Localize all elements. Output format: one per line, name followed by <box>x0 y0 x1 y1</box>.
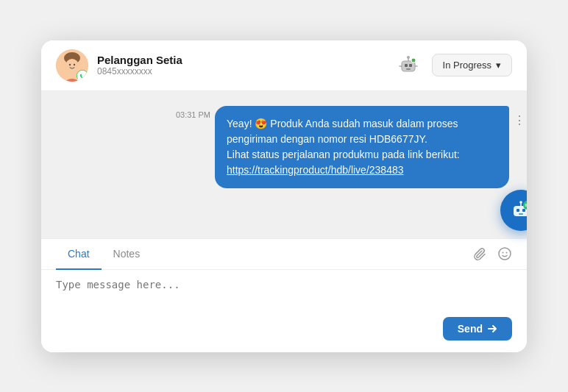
send-label: Send <box>458 323 483 335</box>
svg-point-10 <box>407 56 410 59</box>
svg-rect-17 <box>519 213 523 215</box>
message-input[interactable] <box>56 279 512 308</box>
svg-point-13 <box>411 58 416 63</box>
status-button[interactable]: In Progress ▾ <box>432 54 512 76</box>
chevron-down-icon: ▾ <box>496 60 501 71</box>
tab-notes[interactable]: Notes <box>102 239 152 270</box>
tracking-link[interactable]: https://trackingproduct/hdb/live/238483 <box>227 164 404 176</box>
svg-point-4 <box>74 63 75 65</box>
svg-rect-16 <box>522 209 525 212</box>
svg-point-22 <box>503 252 504 254</box>
svg-point-21 <box>499 248 511 260</box>
svg-point-23 <box>506 252 508 254</box>
floating-bot-button[interactable] <box>500 190 527 231</box>
message-input-row <box>41 270 527 317</box>
more-options-icon[interactable]: ⋮ <box>514 112 525 129</box>
bot-icon-button[interactable] <box>394 51 423 80</box>
message-bubble: Yeay! 😍 Produk Anda sudah masuk dalam pr… <box>215 106 509 188</box>
svg-rect-6 <box>405 64 408 67</box>
svg-point-3 <box>69 63 71 65</box>
emoji-icon[interactable] <box>497 246 512 261</box>
chat-header: Pelanggan Setia 0845xxxxxxxx <box>41 40 527 91</box>
contact-name: Pelanggan Setia <box>97 54 394 66</box>
tab-chat[interactable]: Chat <box>56 239 102 270</box>
header-info: Pelanggan Setia 0845xxxxxxxx <box>97 54 394 76</box>
chat-area: 03:31 PM Yeay! 😍 Produk Anda sudah masuk… <box>41 91 527 238</box>
header-actions: In Progress ▾ <box>394 51 512 80</box>
whatsapp-badge <box>77 70 88 82</box>
send-arrow-icon <box>487 324 497 334</box>
tabs: Chat Notes <box>41 239 527 270</box>
chat-window: Pelanggan Setia 0845xxxxxxxx <box>41 40 527 352</box>
svg-point-19 <box>519 201 522 204</box>
send-button[interactable]: Send <box>443 317 512 341</box>
send-button-row: Send <box>41 317 527 352</box>
contact-phone: 0845xxxxxxxx <box>97 66 394 76</box>
svg-rect-8 <box>406 68 411 70</box>
status-label: In Progress <box>443 60 491 71</box>
svg-rect-15 <box>516 209 519 212</box>
attach-icon[interactable] <box>472 246 487 261</box>
message-timestamp: 03:31 PM <box>176 110 210 119</box>
message-text: Yeay! 😍 Produk Anda sudah masuk dalam pr… <box>227 118 460 176</box>
svg-rect-7 <box>409 64 412 67</box>
message-row: 03:31 PM Yeay! 😍 Produk Anda sudah masuk… <box>56 106 512 188</box>
input-area: Chat Notes <box>41 238 527 352</box>
avatar <box>56 49 88 82</box>
